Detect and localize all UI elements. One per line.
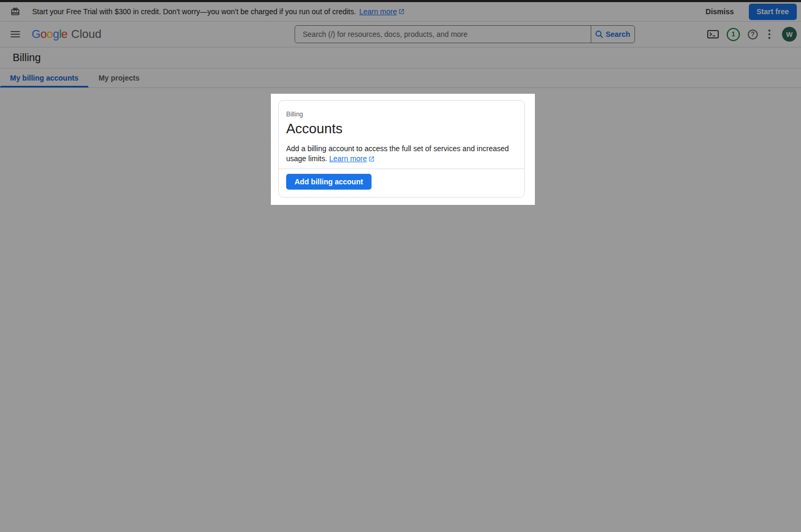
- google-cloud-console: Start your Free Trial with $300 in credi…: [0, 0, 801, 532]
- notification-badge: 1: [727, 28, 740, 41]
- more-options-button[interactable]: [764, 27, 775, 41]
- dismiss-button[interactable]: Dismiss: [699, 4, 740, 19]
- search-icon: [595, 30, 603, 38]
- menu-button[interactable]: [6, 25, 24, 43]
- search-button-label: Search: [605, 30, 630, 38]
- avatar-initial: W: [786, 31, 793, 38]
- avatar[interactable]: W: [782, 27, 797, 42]
- spotlight-area: Billing Accounts Add a billing account t…: [271, 94, 535, 205]
- tab-label: My billing accounts: [10, 74, 79, 82]
- cloud-shell-icon: [707, 29, 719, 39]
- help-button[interactable]: ?: [746, 27, 760, 42]
- billing-accounts-card: Billing Accounts Add a billing account t…: [278, 100, 525, 198]
- card-footer: Add billing account: [279, 169, 524, 197]
- app-header: Google Cloud Search 1 ?: [0, 22, 801, 47]
- logo-cloud-label: Cloud: [71, 27, 101, 41]
- external-link-icon: [398, 8, 405, 15]
- cloud-shell-button[interactable]: [705, 27, 721, 41]
- tab-label: My projects: [99, 74, 140, 82]
- card-learn-more-label: Learn more: [329, 154, 367, 164]
- free-trial-banner: Start your Free Trial with $300 in credi…: [0, 2, 801, 22]
- notifications-button[interactable]: 1: [725, 26, 742, 43]
- external-link-icon: [368, 156, 375, 162]
- hamburger-icon: [11, 31, 20, 37]
- add-billing-account-button[interactable]: Add billing account: [286, 174, 372, 190]
- tab-my-projects[interactable]: My projects: [89, 68, 150, 87]
- card-learn-more-link[interactable]: Learn more: [329, 154, 375, 164]
- banner-actions: Dismiss Start free: [699, 4, 797, 20]
- card-eyebrow: Billing: [286, 111, 516, 118]
- card-body: Billing Accounts Add a billing account t…: [279, 101, 524, 169]
- search-button[interactable]: Search: [591, 26, 634, 43]
- search-bar: Search: [295, 25, 635, 43]
- header-left: Google Cloud: [6, 25, 230, 43]
- tab-my-billing-accounts[interactable]: My billing accounts: [0, 68, 89, 87]
- banner-learn-more-link[interactable]: Learn more: [359, 7, 405, 16]
- google-cloud-logo[interactable]: Google Cloud: [32, 27, 102, 41]
- logo-google-wordmark: Google: [32, 27, 67, 41]
- banner-learn-more-label: Learn more: [359, 7, 397, 16]
- page-title: Billing: [13, 52, 41, 64]
- banner-message: Start your Free Trial with $300 in credi…: [32, 7, 356, 16]
- billing-tabs: My billing accounts My projects: [0, 68, 801, 88]
- search-area: Search: [230, 25, 699, 43]
- card-description: Add a billing account to access the full…: [286, 144, 522, 164]
- start-free-button[interactable]: Start free: [749, 4, 797, 20]
- header-right: 1 ? W: [705, 26, 797, 43]
- kebab-menu-icon: [766, 29, 773, 39]
- page-title-row: Billing: [0, 47, 801, 68]
- card-description-text: Add a billing account to access the full…: [286, 144, 509, 163]
- gift-icon: [11, 7, 20, 16]
- search-input[interactable]: [295, 26, 591, 43]
- help-icon: ?: [748, 29, 758, 40]
- card-title: Accounts: [286, 121, 516, 137]
- notification-count: 1: [731, 31, 735, 38]
